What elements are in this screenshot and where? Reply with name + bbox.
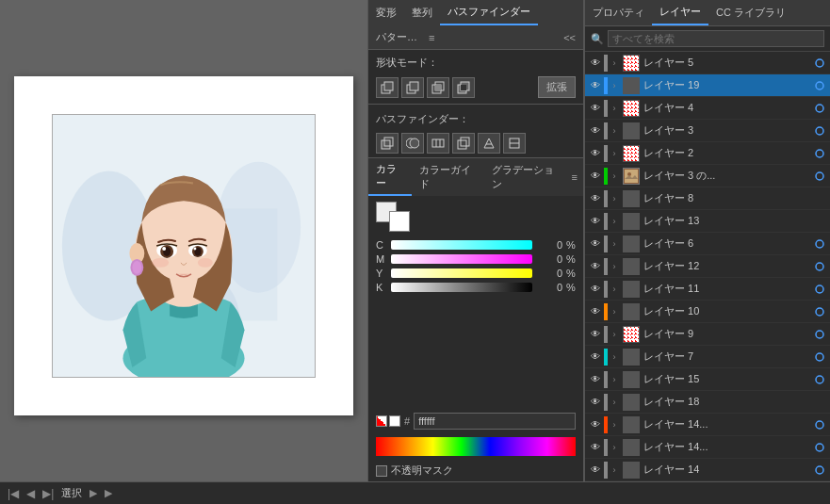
layer-eye-icon[interactable]: 👁 [587, 255, 604, 278]
layer-row[interactable]: 👁›レイヤー 8 [585, 187, 830, 210]
layer-row[interactable]: 👁›レイヤー 14 [585, 459, 830, 481]
panel-collapse-btn[interactable]: << [556, 27, 583, 48]
layer-eye-icon[interactable]: 👁 [587, 391, 604, 414]
pf-btn-1[interactable] [376, 133, 399, 154]
pf-btn-4[interactable] [452, 133, 475, 154]
layer-row[interactable]: 👁›レイヤー 18 [585, 391, 830, 414]
layer-eye-icon[interactable]: 👁 [587, 278, 604, 301]
layer-eye-icon[interactable]: 👁 [587, 323, 604, 346]
layer-eye-icon[interactable]: 👁 [587, 120, 604, 142]
opacity-mask-checkbox[interactable] [376, 465, 387, 477]
svg-rect-35 [432, 139, 444, 147]
layer-chevron-icon[interactable]: › [608, 420, 621, 430]
layer-chevron-icon[interactable]: › [608, 217, 621, 226]
layer-eye-icon[interactable]: 👁 [587, 459, 604, 481]
cmyk-k-slider[interactable] [391, 283, 532, 292]
cmyk-c-slider[interactable] [391, 240, 532, 250]
tab-pathfinder[interactable]: パスファインダー [440, 0, 538, 25]
color-spectrum[interactable] [376, 437, 576, 456]
layer-chevron-icon[interactable]: › [608, 171, 621, 181]
layer-chevron-icon[interactable]: › [608, 239, 621, 249]
arrow-right-btn[interactable]: ▶ [105, 487, 112, 499]
layer-row[interactable]: 👁›レイヤー 5 [585, 52, 830, 74]
layer-eye-icon[interactable]: 👁 [587, 187, 604, 210]
layer-row[interactable]: 👁›レイヤー 2 [585, 142, 830, 165]
cmyk-m-slider[interactable] [391, 254, 532, 264]
hex-swatch-white[interactable] [389, 415, 400, 427]
shape-unite-btn[interactable] [376, 77, 399, 98]
layer-eye-icon[interactable]: 👁 [587, 165, 604, 187]
layer-eye-icon[interactable]: 👁 [587, 74, 604, 97]
pf-btn-3[interactable] [427, 133, 449, 154]
layer-chevron-icon[interactable]: › [608, 352, 621, 362]
layer-row[interactable]: 👁›レイヤー 13 [585, 210, 830, 233]
layer-eye-icon[interactable]: 👁 [587, 210, 604, 233]
tab-color[interactable]: カラー [368, 158, 412, 196]
play-btn[interactable]: ▶ [90, 487, 97, 499]
tab-pattern[interactable]: パター… [368, 25, 425, 49]
layer-row[interactable]: 👁›レイヤー 3 の... [585, 165, 830, 187]
shape-exclude-btn[interactable] [452, 77, 475, 98]
svg-point-53 [816, 308, 823, 316]
hex-input[interactable] [414, 413, 576, 430]
pf-btn-5[interactable] [478, 133, 500, 154]
layer-chevron-icon[interactable]: › [608, 443, 621, 452]
bg-swatch[interactable] [389, 211, 410, 232]
layer-chevron-icon[interactable]: › [608, 126, 621, 136]
tab-cc-library[interactable]: CC ライブラリ [708, 1, 793, 24]
tab-properties[interactable]: プロパティ [585, 1, 652, 24]
color-swap[interactable] [376, 202, 410, 232]
layer-chevron-icon[interactable]: › [608, 398, 621, 407]
color-more-icon[interactable]: ≡ [566, 168, 583, 187]
layer-chevron-icon[interactable]: › [608, 285, 621, 294]
cmyk-y-slider[interactable] [391, 268, 532, 278]
shape-intersect-btn[interactable] [427, 77, 449, 98]
layer-eye-icon[interactable]: 👁 [587, 414, 604, 436]
expand-btn[interactable]: 拡張 [538, 76, 576, 98]
shape-minus-btn[interactable] [401, 77, 424, 98]
layer-eye-icon[interactable]: 👁 [587, 52, 604, 74]
layer-row[interactable]: 👁›レイヤー 12 [585, 255, 830, 278]
layer-chevron-icon[interactable]: › [608, 330, 621, 339]
pf-btn-6[interactable] [503, 133, 526, 154]
layer-row[interactable]: 👁›レイヤー 11 [585, 278, 830, 301]
layer-row[interactable]: 👁›レイヤー 3 [585, 120, 830, 142]
layer-row[interactable]: 👁›レイヤー 14... [585, 436, 830, 459]
layer-eye-icon[interactable]: 👁 [587, 436, 604, 459]
layer-chevron-icon[interactable]: › [608, 465, 621, 475]
go-first-btn[interactable]: |◀ [8, 487, 19, 500]
layer-chevron-icon[interactable]: › [608, 149, 621, 158]
search-input[interactable] [608, 30, 824, 47]
tab-color-guide[interactable]: カラーガイド [412, 159, 484, 195]
layer-eye-icon[interactable]: 👁 [587, 233, 604, 255]
layer-row[interactable]: 👁›レイヤー 6 [585, 233, 830, 255]
layer-chevron-icon[interactable]: › [608, 307, 621, 317]
tab-transform[interactable]: 変形 [368, 1, 404, 24]
layer-row[interactable]: 👁›レイヤー 10 [585, 301, 830, 323]
hex-swatch-red[interactable] [376, 415, 387, 427]
layer-row[interactable]: 👁›レイヤー 7 [585, 346, 830, 368]
layer-chevron-icon[interactable]: › [608, 58, 621, 68]
tab-align[interactable]: 整列 [404, 1, 440, 24]
layer-chevron-icon[interactable]: › [608, 262, 621, 271]
panel-more-icon[interactable]: ≡ [425, 27, 438, 48]
layer-chevron-icon[interactable]: › [608, 375, 621, 384]
layer-row[interactable]: 👁›レイヤー 9 [585, 323, 830, 346]
tab-layers[interactable]: レイヤー [652, 0, 708, 25]
go-next-btn[interactable]: ▶| [42, 487, 54, 500]
layer-eye-icon[interactable]: 👁 [587, 97, 604, 120]
layer-chevron-icon[interactable]: › [608, 104, 621, 113]
layer-chevron-icon[interactable]: › [608, 81, 621, 90]
layer-chevron-icon[interactable]: › [608, 194, 621, 203]
go-prev-btn[interactable]: ◀ [26, 487, 35, 500]
layer-eye-icon[interactable]: 👁 [587, 368, 604, 391]
layer-eye-icon[interactable]: 👁 [587, 142, 604, 165]
layer-eye-icon[interactable]: 👁 [587, 301, 604, 323]
pf-btn-2[interactable] [401, 133, 424, 154]
layer-eye-icon[interactable]: 👁 [587, 346, 604, 368]
layer-row[interactable]: 👁›レイヤー 15 [585, 368, 830, 391]
layer-row[interactable]: 👁›レイヤー 14... [585, 414, 830, 436]
tab-gradient[interactable]: グラデーション [484, 159, 566, 195]
layer-row[interactable]: 👁›レイヤー 19 [585, 74, 830, 97]
layer-row[interactable]: 👁›レイヤー 4 [585, 97, 830, 120]
